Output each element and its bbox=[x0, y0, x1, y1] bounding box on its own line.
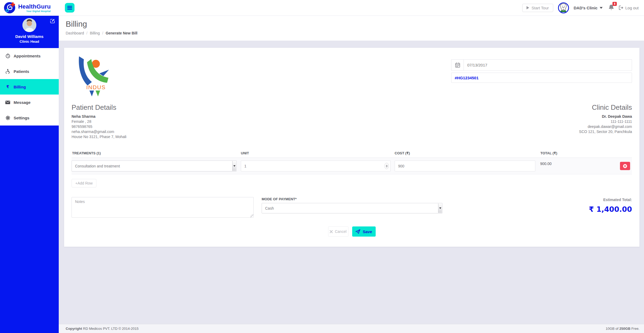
tooth-icon bbox=[559, 3, 568, 12]
invoice-number-box: #HG1234501 bbox=[451, 73, 632, 83]
sidebar-item-appointments[interactable]: Appointments bbox=[0, 48, 59, 64]
start-tour-label: Start Tour bbox=[532, 6, 549, 10]
sidebar-profile: David Williams Clinic Head bbox=[0, 16, 59, 48]
treatment-select-value: Consultation and treatment bbox=[75, 164, 120, 168]
storage-prefix: 10GB of bbox=[606, 327, 619, 331]
brand: HealthGuru Your Digital Hospital bbox=[0, 2, 51, 14]
clinic-switcher[interactable]: DAD's Clinic bbox=[574, 6, 603, 10]
treatment-select[interactable]: Consultation and treatment bbox=[72, 160, 237, 171]
estimated-total-label: Estimated Total: bbox=[442, 198, 632, 202]
cancel-label: Cancel bbox=[335, 229, 347, 234]
profile-role: Clinic Head bbox=[0, 40, 59, 44]
cancel-button[interactable]: Cancel bbox=[328, 226, 348, 237]
brand-tagline: Your Digital Hospital bbox=[18, 10, 51, 13]
delete-row-button[interactable] bbox=[620, 162, 630, 170]
col-header-total: TOTAL (₹) bbox=[540, 151, 632, 155]
content: INDUS bbox=[59, 41, 644, 324]
hamburger-icon bbox=[67, 6, 72, 10]
treatment-row: Consultation and treatment bbox=[72, 158, 632, 174]
save-button[interactable]: Save bbox=[352, 226, 376, 237]
clock-icon bbox=[5, 54, 10, 58]
topbar-right: Start Tour DAD's Clinic bbox=[522, 2, 644, 13]
bill-header-row: INDUS bbox=[72, 56, 632, 96]
breadcrumb-separator: / bbox=[87, 31, 88, 35]
logout-button[interactable]: Log out bbox=[619, 6, 639, 10]
sidebar-item-settings[interactable]: Settings bbox=[0, 110, 59, 126]
breadcrumb-dashboard[interactable]: Dashboard bbox=[66, 31, 84, 35]
col-header-cost: COST (₹) bbox=[395, 151, 540, 155]
unit-input[interactable] bbox=[241, 160, 391, 171]
sidebar-toggle-button[interactable] bbox=[65, 3, 74, 13]
footer-copyright-rest: RD Medicos PVT. LTD © 2014-2015 bbox=[82, 327, 139, 331]
add-row-button[interactable]: +Add Row bbox=[72, 179, 96, 187]
sidebar-item-label: Patients bbox=[14, 69, 29, 74]
sidebar-item-label: Message bbox=[14, 100, 30, 105]
payment-mode-select[interactable]: Cash bbox=[262, 203, 442, 213]
payment-mode-value: Cash bbox=[265, 206, 274, 210]
sidebar-item-label: Settings bbox=[14, 116, 29, 120]
cost-field-wrap bbox=[395, 160, 535, 171]
cost-input[interactable] bbox=[395, 160, 535, 171]
clinic-details: Clinic Details Dr. Deepak Dawa 111-111-1… bbox=[579, 103, 632, 139]
footer-copyright: Copyright RD Medicos PVT. LTD © 2014-201… bbox=[66, 327, 139, 331]
page-title: Billing bbox=[66, 19, 644, 29]
notifications-button[interactable]: 8 bbox=[608, 4, 614, 11]
breadcrumb-separator: / bbox=[102, 31, 103, 35]
bill-date-input[interactable] bbox=[464, 59, 632, 71]
logout-label: Log out bbox=[625, 6, 639, 10]
treatments-table-header: TREATMENTS (1) UNIT COST (₹) TOTAL (₹) bbox=[72, 151, 632, 158]
sidebar-item-billing[interactable]: ₹ Billing bbox=[0, 79, 59, 95]
start-tour-button[interactable]: Start Tour bbox=[522, 4, 553, 12]
footer-copyright-bold: Copyright bbox=[66, 327, 82, 331]
envelope-icon bbox=[5, 101, 10, 104]
invoice-number: #HG1234501 bbox=[455, 76, 478, 80]
remove-circle-icon bbox=[623, 164, 627, 168]
breadcrumb-billing[interactable]: Billing bbox=[90, 31, 100, 35]
number-stepper-icon[interactable] bbox=[385, 163, 388, 169]
logout-icon bbox=[619, 6, 623, 10]
sidebar-item-label: Appointments bbox=[14, 54, 41, 58]
sidebar-item-message[interactable]: Message bbox=[0, 95, 59, 110]
play-icon bbox=[527, 6, 529, 9]
breadcrumb-current: Generate New Bill bbox=[106, 31, 138, 35]
clinic-email: deepak.dawar@gmail.com bbox=[579, 124, 632, 129]
patient-details: Patient Details Neha Sharma Female , 28 … bbox=[72, 103, 126, 139]
unit-field-wrap bbox=[241, 160, 391, 171]
select-arrow-icon bbox=[232, 161, 236, 171]
sidebar-item-patients[interactable]: Patients bbox=[0, 64, 59, 79]
gear-icon bbox=[5, 116, 10, 120]
user-avatar bbox=[22, 18, 36, 32]
clinic-doctor: Dr. Deepak Dawa bbox=[579, 114, 632, 119]
payment-block: MODE OF PAYMENT* Cash bbox=[262, 197, 442, 218]
payment-row: MODE OF PAYMENT* Cash Estimated Total: ₹… bbox=[72, 197, 632, 218]
wheelchair-icon bbox=[5, 69, 10, 74]
brand-text: HealthGuru Your Digital Hospital bbox=[18, 3, 51, 13]
footer: Copyright RD Medicos PVT. LTD © 2014-201… bbox=[59, 324, 644, 333]
notes-textarea[interactable] bbox=[72, 197, 254, 218]
clinic-phone: 111-111-1111 bbox=[579, 119, 632, 124]
row-total: 900.00 bbox=[535, 162, 620, 166]
patient-gender-age: Female , 28 bbox=[72, 119, 126, 124]
notification-badge: 8 bbox=[612, 2, 617, 6]
bill-date-group bbox=[451, 59, 632, 71]
bill-meta: #HG1234501 bbox=[451, 56, 632, 96]
rupee-icon: ₹ bbox=[5, 84, 10, 89]
clinic-avatar[interactable] bbox=[558, 2, 569, 13]
col-header-unit: UNIT bbox=[241, 151, 395, 155]
app-window: HealthGuru Your Digital Hospital Start T… bbox=[0, 0, 644, 333]
clinic-switcher-label: DAD's Clinic bbox=[574, 6, 598, 10]
estimated-total-block: Estimated Total: ₹ 1,400.00 bbox=[442, 197, 632, 218]
indus-logo-text: INDUS bbox=[86, 84, 106, 90]
breadcrumb: Dashboard / Billing / Generate New Bill bbox=[66, 31, 644, 35]
bill-form-card: INDUS bbox=[64, 48, 639, 247]
edit-profile-icon[interactable] bbox=[50, 19, 55, 24]
send-icon bbox=[355, 229, 360, 234]
brand-name: HealthGuru bbox=[18, 3, 51, 10]
estimated-total-value: ₹ 1,400.00 bbox=[442, 205, 632, 213]
storage-suffix: Free. bbox=[630, 327, 639, 331]
indus-practice-logo: INDUS bbox=[75, 56, 115, 96]
sidebar-nav: Appointments Patients ₹ Billing bbox=[0, 48, 59, 126]
payment-mode-label: MODE OF PAYMENT* bbox=[262, 197, 442, 201]
clinic-address: SCO 121, Sector 20, Panchkula bbox=[579, 129, 632, 134]
calendar-icon[interactable] bbox=[451, 59, 464, 71]
